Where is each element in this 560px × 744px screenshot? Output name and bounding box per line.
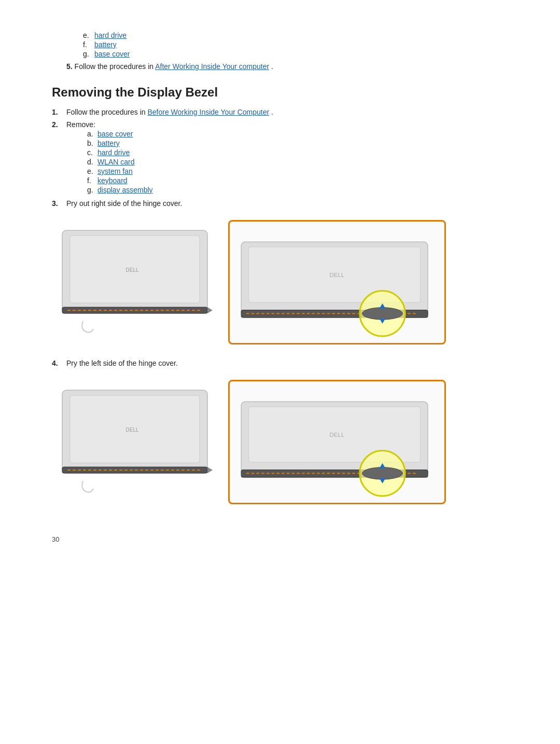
wlan-card-link[interactable]: WLAN card — [97, 158, 135, 166]
laptop-image-left-1: DELL — [52, 220, 218, 334]
step-1: 1. Follow the procedures in Before Worki… — [52, 108, 519, 116]
svg-text:DELL: DELL — [125, 427, 138, 433]
step-1-num: 1. — [52, 108, 64, 116]
svg-point-12 — [362, 308, 403, 320]
step-3-num: 3. — [52, 199, 64, 208]
step-2-text: Remove: — [66, 120, 95, 129]
images-row-2: DELL DELL — [52, 380, 519, 504]
remove-label-f: f. — [87, 176, 97, 185]
base-cover-link[interactable]: base cover — [97, 130, 133, 138]
top-list: e. hard drive f. battery g. base cover 5… — [52, 31, 519, 71]
laptop-svg-left-2: DELL — [52, 380, 218, 494]
step-5-prefix: Follow the procedures in — [75, 62, 156, 71]
step-1-prefix: Follow the procedures in — [66, 108, 147, 116]
remove-list: a. base cover b. battery c. hard drive d… — [87, 130, 153, 194]
list-item-f: f. battery — [83, 40, 519, 49]
remove-item-a: a. base cover — [87, 130, 153, 138]
svg-point-27 — [362, 467, 403, 479]
remove-label-a: a. — [87, 130, 97, 138]
remove-item-d: d. WLAN card — [87, 158, 153, 166]
svg-text:DELL: DELL — [125, 267, 138, 273]
remove-item-b: b. battery — [87, 139, 153, 147]
list-item-g: g. base cover — [83, 50, 519, 58]
laptop-svg-right-1: DELL — [235, 227, 439, 338]
system-fan-link[interactable]: system fan — [97, 167, 133, 175]
laptop-image-right-2: DELL — [228, 380, 446, 504]
page-number: 30 — [52, 535, 519, 543]
item-label-e: e. — [83, 31, 92, 39]
before-working-link[interactable]: Before Working Inside Your Computer — [147, 108, 269, 116]
svg-text:DELL: DELL — [329, 431, 345, 438]
svg-text:DELL: DELL — [329, 271, 345, 278]
svg-marker-4 — [207, 307, 213, 313]
svg-marker-19 — [207, 467, 213, 473]
remove-label-d: d. — [87, 158, 97, 166]
battery-link-top[interactable]: battery — [94, 40, 117, 49]
remove-label-c: c. — [87, 148, 97, 157]
step-2: 2. Remove: a. base cover b. battery c. h… — [52, 120, 519, 195]
remove-label-b: b. — [87, 139, 97, 147]
keyboard-link[interactable]: keyboard — [97, 176, 128, 185]
list-item-e: e. hard drive — [83, 31, 519, 39]
after-working-link[interactable]: After Working Inside Your computer — [155, 62, 269, 71]
hard-drive-link[interactable]: hard drive — [94, 31, 127, 39]
item-label-f: f. — [83, 40, 92, 49]
item-label-g: g. — [83, 50, 92, 58]
remove-item-f: f. keyboard — [87, 176, 153, 185]
hard-drive-link-2[interactable]: hard drive — [97, 148, 130, 157]
section-heading: Removing the Display Bezel — [52, 85, 519, 100]
step-4-num: 4. — [52, 359, 64, 367]
step-4-text: Pry the left side of the hinge cover. — [66, 359, 178, 367]
laptop-image-right-1: DELL — [228, 220, 446, 345]
remove-label-g: g. — [87, 186, 97, 194]
remove-item-e: e. system fan — [87, 167, 153, 175]
step-3: 3. Pry out right side of the hinge cover… — [52, 199, 519, 208]
step-5-suffix: . — [271, 62, 273, 71]
remove-item-c: c. hard drive — [87, 148, 153, 157]
step-5-number-label: 5. — [66, 62, 73, 71]
step-2-num: 2. — [52, 120, 64, 129]
remove-label-e: e. — [87, 167, 97, 175]
base-cover-link-top[interactable]: base cover — [94, 50, 130, 58]
battery-link[interactable]: battery — [97, 139, 120, 147]
display-assembly-link[interactable]: display assembly — [97, 186, 153, 194]
laptop-svg-left-1: DELL — [52, 220, 218, 334]
images-row-1: DELL DELL — [52, 220, 519, 345]
step-5: 5. Follow the procedures in After Workin… — [52, 62, 519, 71]
remove-item-g: g. display assembly — [87, 186, 153, 194]
laptop-svg-right-2: DELL — [235, 387, 439, 498]
step-4: 4. Pry the left side of the hinge cover. — [52, 359, 519, 367]
laptop-image-left-2: DELL — [52, 380, 218, 494]
step-1-suffix: . — [271, 108, 273, 116]
step-3-text: Pry out right side of the hinge cover. — [66, 199, 182, 208]
